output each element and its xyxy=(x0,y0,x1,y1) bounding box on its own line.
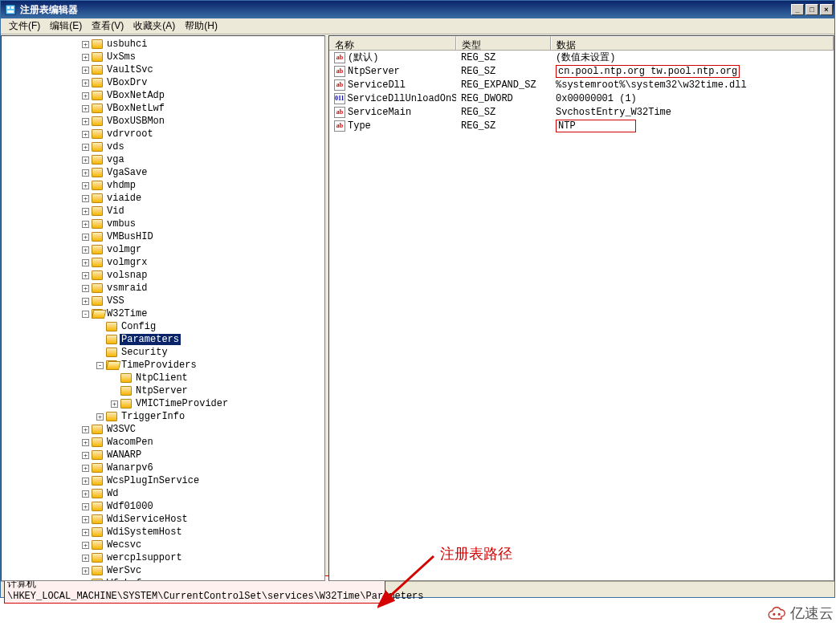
tree-item-label[interactable]: VBoxUSBMon xyxy=(105,116,166,127)
tree-item-label[interactable]: NtpClient xyxy=(134,372,190,384)
tree-item-label[interactable]: WacomPen xyxy=(105,437,155,448)
tree-item-vga[interactable]: +vga xyxy=(3,153,324,166)
value-row[interactable]: abServiceDllREG_EXPAND_SZ%systemroot%\sy… xyxy=(329,78,834,91)
tree-item-label[interactable]: vdrvroot xyxy=(105,128,155,140)
tree-item-ntpclient[interactable]: NtpClient xyxy=(3,372,324,384)
expand-icon[interactable]: + xyxy=(82,465,89,472)
titlebar[interactable]: 注册表编辑器 _ □ × xyxy=(1,1,834,18)
tree-item-label[interactable]: vds xyxy=(105,141,126,152)
expand-icon[interactable]: + xyxy=(82,516,89,523)
expand-icon[interactable]: + xyxy=(82,41,89,48)
expand-icon[interactable]: + xyxy=(82,144,89,151)
tree-item-label[interactable]: VMBusHID xyxy=(105,231,155,242)
tree-item-label[interactable]: VBoxNetAdp xyxy=(105,90,166,101)
tree-item-label[interactable]: vga xyxy=(105,154,126,165)
tree-item-label[interactable]: VaultSvc xyxy=(105,64,155,75)
expand-icon[interactable]: + xyxy=(82,259,89,266)
tree-item-label[interactable]: W32Time xyxy=(105,308,149,319)
menu-favorites[interactable]: 收藏夹(A) xyxy=(128,18,180,35)
tree-item-label[interactable]: Security xyxy=(120,347,169,358)
column-name[interactable]: 名称 xyxy=(329,36,456,50)
expand-icon[interactable]: + xyxy=(82,67,89,74)
tree-item-security[interactable]: Security xyxy=(3,346,324,359)
tree-item-label[interactable]: WfpLwf xyxy=(105,578,143,581)
expand-icon[interactable]: + xyxy=(82,131,89,138)
expand-icon[interactable]: + xyxy=(82,195,89,202)
expand-icon[interactable]: + xyxy=(82,503,89,510)
tree-item-label[interactable]: VgaSave xyxy=(105,167,149,178)
tree-item-label[interactable]: vhdmp xyxy=(105,180,137,191)
tree-item-volmgr[interactable]: +volmgr xyxy=(3,243,324,256)
tree-item-label[interactable]: viaide xyxy=(105,193,143,204)
column-data[interactable]: 数据 xyxy=(551,36,834,50)
tree-item-label[interactable]: VBoxNetLwf xyxy=(105,103,166,114)
expand-icon[interactable]: + xyxy=(82,426,89,433)
tree-item-triggerinfo[interactable]: +TriggerInfo xyxy=(3,410,324,423)
tree-item-label[interactable]: Parameters xyxy=(120,334,181,345)
expand-icon[interactable]: + xyxy=(82,555,89,562)
tree-item-vds[interactable]: +vds xyxy=(3,140,324,153)
expand-icon[interactable]: + xyxy=(82,246,89,254)
tree-item-label[interactable]: UxSms xyxy=(105,51,137,63)
tree-item-label[interactable]: TriggerInfo xyxy=(120,411,186,422)
tree-item-label[interactable]: Wecsvc xyxy=(105,539,143,551)
tree-item-vmbus[interactable]: +vmbus xyxy=(3,217,324,230)
tree-item-vid[interactable]: +Vid xyxy=(3,205,324,217)
tree-item-vsmraid[interactable]: +vsmraid xyxy=(3,282,324,295)
tree-item-wanarp[interactable]: +WANARP xyxy=(3,449,324,461)
tree-item-label[interactable]: WANARP xyxy=(105,449,143,461)
menu-file[interactable]: 文件(F) xyxy=(4,18,45,35)
tree-item-usbuhci[interactable]: +usbuhci xyxy=(3,38,324,51)
expand-icon[interactable]: + xyxy=(82,79,89,87)
tree-item-w32time[interactable]: -W32Time xyxy=(3,307,324,320)
tree-item-parameters[interactable]: Parameters xyxy=(3,333,324,346)
tree-item-label[interactable]: VBoxDrv xyxy=(105,77,149,88)
tree-item-wacompen[interactable]: +WacomPen xyxy=(3,436,324,449)
tree-item-viaide[interactable]: +viaide xyxy=(3,192,324,205)
tree-item-wd[interactable]: +Wd xyxy=(3,487,324,500)
tree-item-wdisystemhost[interactable]: +WdiSystemHost xyxy=(3,526,324,539)
column-type[interactable]: 类型 xyxy=(456,36,551,50)
tree-item-vss[interactable]: +VSS xyxy=(3,295,324,307)
close-button[interactable]: × xyxy=(820,4,833,15)
expand-icon[interactable]: + xyxy=(82,567,89,575)
tree-item-vmictimeprovider[interactable]: +VMICTimeProvider xyxy=(3,397,324,410)
tree-item-label[interactable]: WdiSystemHost xyxy=(105,526,184,538)
collapse-icon[interactable]: - xyxy=(82,311,89,318)
tree-item-vmbushid[interactable]: +VMBusHID xyxy=(3,230,324,243)
tree-item-vboxusbmon[interactable]: +VBoxUSBMon xyxy=(3,115,324,128)
tree-item-vdrvroot[interactable]: +vdrvroot xyxy=(3,128,324,140)
tree-pane[interactable]: +usbuhci+UxSms+VaultSvc+VBoxDrv+VBoxNetA… xyxy=(1,35,325,581)
menu-help[interactable]: 帮助(H) xyxy=(180,18,222,35)
expand-icon[interactable]: + xyxy=(82,208,89,215)
expand-icon[interactable]: + xyxy=(82,54,89,61)
expand-icon[interactable]: + xyxy=(82,439,89,446)
tree-item-label[interactable]: WcsPlugInService xyxy=(105,475,201,486)
tree-item-volmgrx[interactable]: +volmgrx xyxy=(3,256,324,269)
tree-item-vaultsvc[interactable]: +VaultSvc xyxy=(3,63,324,76)
tree-item-label[interactable]: NtpServer xyxy=(134,385,190,396)
expand-icon[interactable]: + xyxy=(82,285,89,292)
tree-item-volsnap[interactable]: +volsnap xyxy=(3,269,324,282)
tree-item-uxsms[interactable]: +UxSms xyxy=(3,51,324,63)
value-row[interactable]: ab(默认)REG_SZ(数值未设置) xyxy=(329,51,834,64)
expand-icon[interactable]: + xyxy=(82,234,89,241)
tree-item-label[interactable]: usbuhci xyxy=(105,39,149,50)
tree-item-vboxnetadp[interactable]: +VBoxNetAdp xyxy=(3,89,324,102)
tree-item-timeproviders[interactable]: -TimeProviders xyxy=(3,359,324,372)
tree-item-vhdmp[interactable]: +vhdmp xyxy=(3,179,324,192)
menu-edit[interactable]: 编辑(E) xyxy=(45,18,87,35)
expand-icon[interactable]: + xyxy=(82,490,89,498)
tree-item-label[interactable]: Config xyxy=(120,321,157,332)
tree-item-label[interactable]: Vid xyxy=(105,205,126,217)
tree-item-label[interactable]: VSS xyxy=(105,295,126,307)
tree-item-label[interactable]: WerSvc xyxy=(105,565,143,576)
expand-icon[interactable]: + xyxy=(82,169,89,177)
tree-item-config[interactable]: Config xyxy=(3,320,324,333)
expand-icon[interactable]: + xyxy=(82,272,89,279)
value-row[interactable]: abServiceMainREG_SZSvchostEntry_W32Time xyxy=(329,105,834,119)
expand-icon[interactable]: + xyxy=(96,413,104,421)
tree-item-label[interactable]: wercplsupport xyxy=(105,552,184,563)
tree-item-wercplsupport[interactable]: +wercplsupport xyxy=(3,551,324,564)
expand-icon[interactable]: + xyxy=(82,580,89,582)
